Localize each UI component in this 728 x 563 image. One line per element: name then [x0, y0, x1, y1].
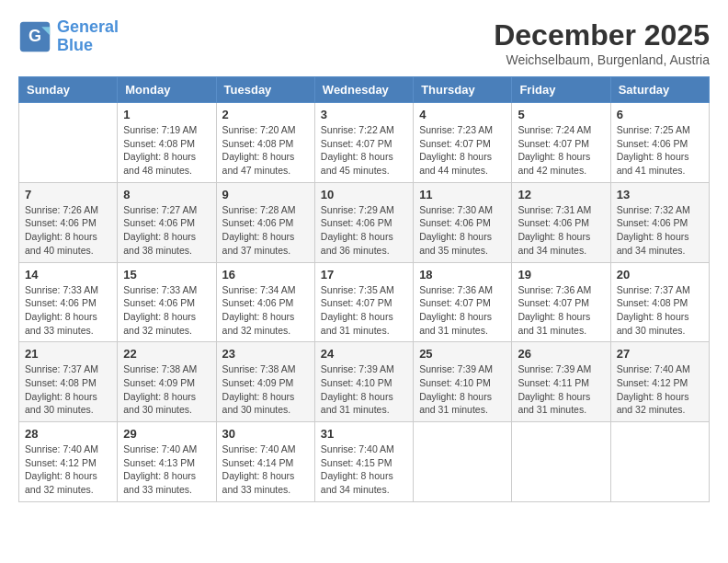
calendar-cell: 21Sunrise: 7:37 AMSunset: 4:08 PMDayligh…	[19, 342, 118, 422]
day-info: Sunrise: 7:33 AMSunset: 4:06 PMDaylight:…	[25, 283, 111, 338]
calendar-week-row: 28Sunrise: 7:40 AMSunset: 4:12 PMDayligh…	[19, 422, 710, 502]
day-number: 29	[123, 427, 210, 441]
day-info: Sunrise: 7:37 AMSunset: 4:08 PMDaylight:…	[617, 283, 703, 338]
calendar-cell: 29Sunrise: 7:40 AMSunset: 4:13 PMDayligh…	[118, 422, 216, 502]
day-info: Sunrise: 7:20 AMSunset: 4:08 PMDaylight:…	[222, 123, 309, 178]
day-info: Sunrise: 7:36 AMSunset: 4:07 PMDaylight:…	[518, 283, 604, 338]
calendar-week-row: 14Sunrise: 7:33 AMSunset: 4:06 PMDayligh…	[19, 262, 710, 342]
calendar-cell: 15Sunrise: 7:33 AMSunset: 4:06 PMDayligh…	[118, 262, 216, 342]
day-info: Sunrise: 7:40 AMSunset: 4:13 PMDaylight:…	[123, 442, 210, 497]
day-number: 28	[25, 427, 111, 441]
day-number: 19	[518, 268, 604, 282]
day-number: 22	[123, 347, 210, 361]
logo: G General Blue	[18, 18, 119, 55]
calendar-cell: 20Sunrise: 7:37 AMSunset: 4:08 PMDayligh…	[610, 262, 709, 342]
calendar-header-sunday: Sunday	[19, 77, 118, 103]
day-info: Sunrise: 7:36 AMSunset: 4:07 PMDaylight:…	[419, 283, 506, 338]
calendar-cell: 31Sunrise: 7:40 AMSunset: 4:15 PMDayligh…	[314, 422, 413, 502]
day-info: Sunrise: 7:40 AMSunset: 4:12 PMDaylight:…	[617, 362, 703, 417]
day-number: 25	[419, 347, 506, 361]
calendar-cell: 17Sunrise: 7:35 AMSunset: 4:07 PMDayligh…	[314, 262, 413, 342]
calendar-header-monday: Monday	[118, 77, 216, 103]
day-number: 11	[419, 188, 506, 201]
calendar-cell: 24Sunrise: 7:39 AMSunset: 4:10 PMDayligh…	[314, 342, 413, 422]
calendar-cell: 14Sunrise: 7:33 AMSunset: 4:06 PMDayligh…	[19, 262, 118, 342]
day-info: Sunrise: 7:38 AMSunset: 4:09 PMDaylight:…	[123, 362, 210, 417]
day-info: Sunrise: 7:19 AMSunset: 4:08 PMDaylight:…	[123, 123, 210, 178]
calendar-cell: 11Sunrise: 7:30 AMSunset: 4:06 PMDayligh…	[414, 182, 512, 262]
day-info: Sunrise: 7:22 AMSunset: 4:07 PMDaylight:…	[321, 123, 407, 178]
day-number: 31	[321, 427, 407, 441]
day-info: Sunrise: 7:39 AMSunset: 4:11 PMDaylight:…	[518, 362, 604, 417]
day-number: 4	[419, 108, 506, 121]
day-info: Sunrise: 7:40 AMSunset: 4:12 PMDaylight:…	[25, 442, 111, 497]
day-number: 18	[419, 268, 506, 282]
calendar-header-thursday: Thursday	[414, 77, 512, 103]
day-number: 9	[222, 188, 309, 201]
day-number: 27	[617, 347, 703, 361]
day-info: Sunrise: 7:25 AMSunset: 4:06 PMDaylight:…	[617, 123, 703, 178]
day-number: 7	[25, 188, 111, 201]
calendar-cell: 10Sunrise: 7:29 AMSunset: 4:06 PMDayligh…	[314, 182, 413, 262]
calendar-cell: 4Sunrise: 7:23 AMSunset: 4:07 PMDaylight…	[414, 103, 512, 183]
day-info: Sunrise: 7:29 AMSunset: 4:06 PMDaylight:…	[321, 203, 407, 258]
day-info: Sunrise: 7:40 AMSunset: 4:14 PMDaylight:…	[222, 442, 309, 497]
day-info: Sunrise: 7:31 AMSunset: 4:06 PMDaylight:…	[518, 203, 604, 258]
day-info: Sunrise: 7:37 AMSunset: 4:08 PMDaylight:…	[25, 362, 111, 417]
day-info: Sunrise: 7:33 AMSunset: 4:06 PMDaylight:…	[123, 283, 210, 338]
calendar-cell: 30Sunrise: 7:40 AMSunset: 4:14 PMDayligh…	[216, 422, 314, 502]
day-info: Sunrise: 7:40 AMSunset: 4:15 PMDaylight:…	[321, 442, 407, 497]
day-info: Sunrise: 7:39 AMSunset: 4:10 PMDaylight:…	[321, 362, 407, 417]
day-number: 16	[222, 268, 309, 282]
day-info: Sunrise: 7:32 AMSunset: 4:06 PMDaylight:…	[617, 203, 703, 258]
logo-line2: Blue	[57, 36, 93, 54]
day-info: Sunrise: 7:30 AMSunset: 4:06 PMDaylight:…	[419, 203, 506, 258]
title-block: December 2025 Weichselbaum, Burgenland, …	[494, 18, 710, 67]
calendar-cell: 23Sunrise: 7:38 AMSunset: 4:09 PMDayligh…	[216, 342, 314, 422]
calendar-cell: 5Sunrise: 7:24 AMSunset: 4:07 PMDaylight…	[512, 103, 610, 183]
day-number: 2	[222, 108, 309, 121]
calendar-cell: 9Sunrise: 7:28 AMSunset: 4:06 PMDaylight…	[216, 182, 314, 262]
location: Weichselbaum, Burgenland, Austria	[494, 52, 710, 67]
month-title: December 2025	[494, 18, 710, 52]
calendar-cell: 26Sunrise: 7:39 AMSunset: 4:11 PMDayligh…	[512, 342, 610, 422]
svg-text:G: G	[28, 27, 41, 45]
day-number: 26	[518, 347, 604, 361]
calendar-cell: 28Sunrise: 7:40 AMSunset: 4:12 PMDayligh…	[19, 422, 118, 502]
day-info: Sunrise: 7:38 AMSunset: 4:09 PMDaylight:…	[222, 362, 309, 417]
day-number: 3	[321, 108, 407, 121]
day-number: 12	[518, 188, 604, 201]
day-info: Sunrise: 7:35 AMSunset: 4:07 PMDaylight:…	[321, 283, 407, 338]
calendar-table: SundayMondayTuesdayWednesdayThursdayFrid…	[18, 76, 710, 502]
day-number: 20	[617, 268, 703, 282]
logo-text: General Blue	[57, 18, 119, 55]
calendar-cell	[610, 422, 709, 502]
day-info: Sunrise: 7:23 AMSunset: 4:07 PMDaylight:…	[419, 123, 506, 178]
day-number: 15	[123, 268, 210, 282]
calendar-header-row: SundayMondayTuesdayWednesdayThursdayFrid…	[19, 77, 710, 103]
day-number: 6	[617, 108, 703, 121]
calendar-cell: 16Sunrise: 7:34 AMSunset: 4:06 PMDayligh…	[216, 262, 314, 342]
calendar-week-row: 1Sunrise: 7:19 AMSunset: 4:08 PMDaylight…	[19, 103, 710, 183]
day-number: 23	[222, 347, 309, 361]
calendar-week-row: 21Sunrise: 7:37 AMSunset: 4:08 PMDayligh…	[19, 342, 710, 422]
day-number: 1	[123, 108, 210, 121]
calendar-cell	[414, 422, 512, 502]
calendar-header-tuesday: Tuesday	[216, 77, 314, 103]
logo-icon: G	[18, 20, 51, 53]
day-number: 14	[25, 268, 111, 282]
day-number: 21	[25, 347, 111, 361]
day-number: 24	[321, 347, 407, 361]
day-info: Sunrise: 7:26 AMSunset: 4:06 PMDaylight:…	[25, 203, 111, 258]
calendar-cell: 3Sunrise: 7:22 AMSunset: 4:07 PMDaylight…	[314, 103, 413, 183]
day-number: 30	[222, 427, 309, 441]
day-number: 17	[321, 268, 407, 282]
logo-line1: General	[57, 17, 119, 36]
day-info: Sunrise: 7:39 AMSunset: 4:10 PMDaylight:…	[419, 362, 506, 417]
day-info: Sunrise: 7:24 AMSunset: 4:07 PMDaylight:…	[518, 123, 604, 178]
calendar-cell: 22Sunrise: 7:38 AMSunset: 4:09 PMDayligh…	[118, 342, 216, 422]
day-number: 13	[617, 188, 703, 201]
calendar-header-saturday: Saturday	[610, 77, 709, 103]
calendar-header-wednesday: Wednesday	[314, 77, 413, 103]
calendar-cell	[19, 103, 118, 183]
